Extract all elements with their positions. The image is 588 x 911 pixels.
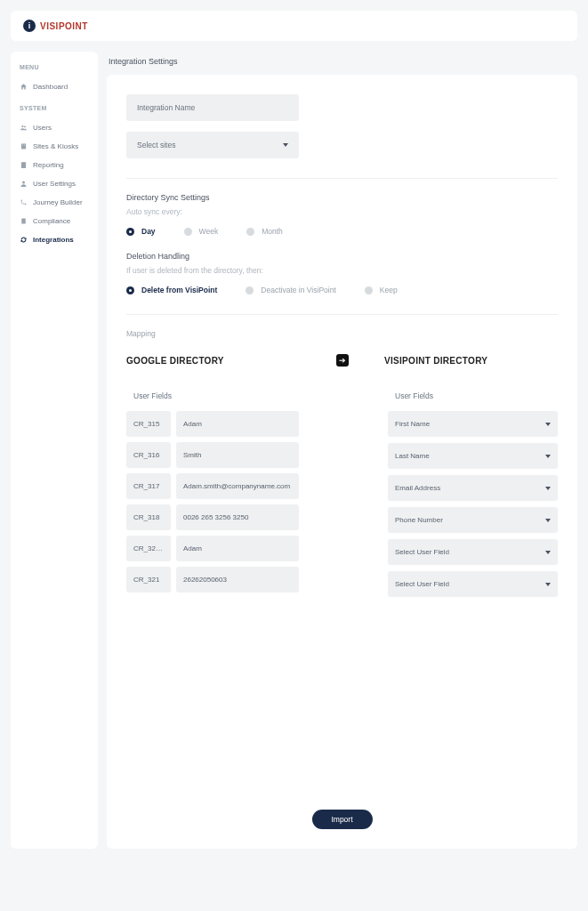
field-value: Smith (176, 442, 299, 468)
visipoint-field-select[interactable]: Phone Number (388, 507, 558, 533)
sidebar-item-dashboard[interactable]: Dashboard (20, 77, 89, 96)
users-icon (20, 124, 28, 132)
select-label: Select User Field (395, 580, 449, 588)
deletion-option-deactivate[interactable]: Deactivate in VisiPoint (246, 286, 335, 294)
visipoint-fields-column: User Fields First NameLast NameEmail Add… (388, 391, 558, 603)
caret-down-icon (545, 583, 551, 586)
visipoint-field-select[interactable]: Select User Field (388, 571, 558, 597)
field-code: CR_316 (126, 442, 171, 468)
sidebar-item-label: User Settings (33, 180, 76, 188)
sidebar-item-label: Journey Builder (33, 198, 83, 206)
placeholder-text: Integration Name (137, 103, 195, 112)
visipoint-field-select[interactable]: Last Name (388, 443, 558, 469)
placeholder-text: Select sites (137, 141, 175, 149)
sidebar-item-label: Sites & Kiosks (33, 142, 78, 150)
caret-down-icon (283, 143, 288, 147)
radio-label: Keep (380, 286, 398, 294)
mapping-fields: User Fields CR_315AdamCR_316SmithCR_317A… (126, 391, 558, 603)
radio-label: Delete from VisiPoint (141, 286, 217, 294)
field-code: CR_318 (126, 504, 171, 530)
google-field-row: CR_320 ...Adam (126, 536, 299, 561)
select-label: Email Address (395, 484, 440, 492)
deletion-option-keep[interactable]: Keep (365, 286, 398, 294)
sidebar-item-label: Users (33, 124, 52, 132)
google-directory-title: GOOGLE DIRECTORY (126, 356, 342, 366)
svg-rect-3 (22, 145, 23, 146)
caret-down-icon (545, 423, 551, 426)
select-label: First Name (395, 420, 430, 428)
deletion-title: Deletion Handling (126, 252, 558, 261)
sidebar-item-compliance[interactable]: Compliance (20, 212, 89, 230)
user-fields-label: User Fields (388, 391, 558, 400)
google-field-row: CR_315Adam (126, 411, 299, 437)
import-button[interactable]: Import (311, 810, 372, 829)
user-icon (20, 180, 28, 188)
clipboard-icon (20, 217, 28, 225)
google-field-row: CR_32126262050603 (126, 567, 299, 593)
google-field-row: CR_3180026 265 3256 3250 (126, 504, 299, 530)
svg-rect-5 (21, 162, 26, 168)
caret-down-icon (545, 551, 551, 554)
integration-name-input[interactable]: Integration Name (126, 94, 299, 121)
sidebar-item-users[interactable]: Users (20, 118, 89, 137)
field-value: Adam.smith@companyname.com (176, 473, 299, 499)
caret-down-icon (545, 487, 551, 490)
sidebar-item-sites[interactable]: Sites & Kiosks (20, 137, 89, 156)
menu-header: MENU (20, 64, 89, 70)
home-icon (20, 83, 28, 91)
google-fields-column: User Fields CR_315AdamCR_316SmithCR_317A… (126, 391, 299, 603)
logo-mark-icon: i (23, 20, 36, 32)
visipoint-directory-title: VISIPOINT DIRECTORY (384, 356, 558, 366)
main-content: Integration Settings Integration Name Se… (107, 52, 577, 849)
file-icon (20, 161, 28, 169)
radio-label: Month (262, 227, 283, 236)
google-field-row: CR_316Smith (126, 442, 299, 468)
sidebar-item-integrations[interactable]: Integrations (20, 230, 89, 249)
visipoint-field-select[interactable]: Select User Field (388, 539, 558, 565)
field-code: CR_320 ... (126, 536, 171, 561)
building-icon (20, 142, 28, 150)
route-icon (20, 198, 28, 206)
caret-down-icon (545, 519, 551, 522)
select-label: Select User Field (395, 548, 449, 556)
field-code: CR_315 (126, 411, 171, 437)
directory-header-row: GOOGLE DIRECTORY ➔ VISIPOINT DIRECTORY (126, 354, 558, 367)
sidebar-item-label: Integrations (33, 236, 74, 244)
visipoint-field-select[interactable]: First Name (388, 411, 558, 437)
radio-icon (184, 228, 192, 236)
sidebar-item-label: Dashboard (33, 83, 68, 91)
sync-option-day[interactable]: Day (126, 227, 156, 236)
radio-icon (246, 228, 254, 236)
svg-rect-2 (21, 144, 26, 149)
mapping-heading: Mapping (126, 329, 558, 338)
deletion-option-delete[interactable]: Delete from VisiPoint (126, 286, 217, 294)
deletion-radio-group: Delete from VisiPoint Deactivate in Visi… (126, 286, 558, 294)
divider (126, 314, 558, 315)
field-code: CR_321 (126, 567, 171, 593)
visipoint-field-select[interactable]: Email Address (388, 475, 558, 501)
system-header: SYSTEM (20, 105, 89, 111)
field-value: 26262050603 (176, 567, 299, 593)
svg-rect-4 (24, 145, 25, 146)
sync-option-month[interactable]: Month (246, 227, 283, 236)
sidebar-item-label: Compliance (33, 217, 70, 225)
sync-option-week[interactable]: Week (184, 227, 219, 236)
settings-card: Integration Name Select sites Directory … (107, 75, 577, 849)
radio-icon (126, 286, 134, 294)
svg-point-7 (21, 200, 23, 202)
sidebar-item-user-settings[interactable]: User Settings (20, 174, 89, 193)
sync-icon (20, 236, 28, 244)
brand-name: VISIPOINT (40, 21, 88, 31)
select-sites-dropdown[interactable]: Select sites (126, 132, 299, 158)
arrow-right-icon: ➔ (336, 354, 349, 367)
top-bar: i VISIPOINT (11, 11, 577, 41)
field-value: Adam (176, 536, 299, 561)
sync-subtitle: Auto sync every: (126, 207, 558, 216)
sidebar-item-label: Reporting (33, 161, 64, 169)
sidebar-item-reporting[interactable]: Reporting (20, 156, 89, 174)
caret-down-icon (545, 455, 551, 458)
select-label: Phone Number (395, 516, 443, 524)
sidebar-item-journey[interactable]: Journey Builder (20, 193, 89, 212)
sidebar: MENU Dashboard SYSTEM Users Sites & Kios… (11, 52, 98, 849)
user-fields-label: User Fields (126, 391, 299, 400)
